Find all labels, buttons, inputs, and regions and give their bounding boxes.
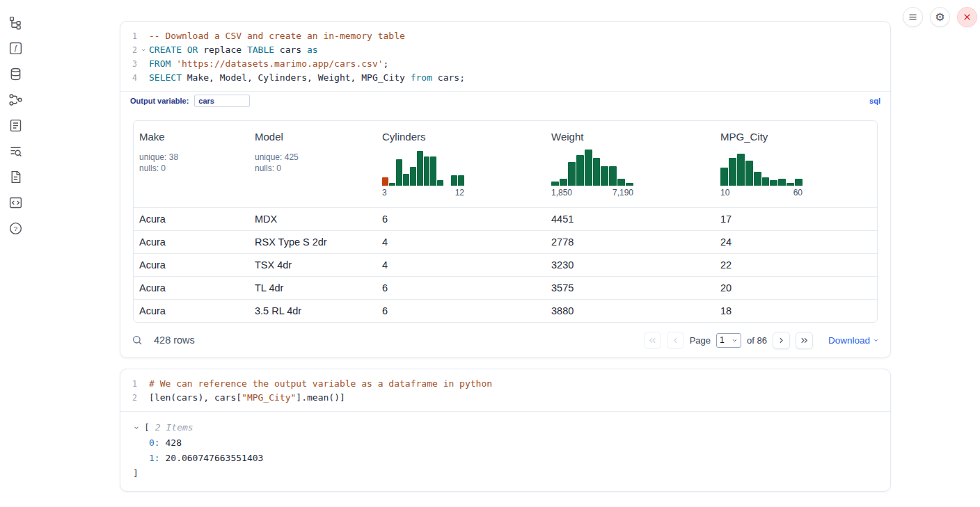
column-header-model[interactable]: Model unique: 425 nulls: 0 [249, 121, 377, 207]
code-text[interactable]: SELECT Make, Model, Cylinders, Weight, M… [149, 71, 465, 85]
table-header: Make unique: 38 nulls: 0 Model unique: 4… [134, 121, 877, 207]
column-stat: nulls: 0 [255, 163, 371, 174]
line-number: 2 [120, 391, 137, 405]
download-button[interactable]: Download [828, 335, 879, 346]
code-line[interactable]: 1 # We can reference the output variable… [120, 377, 890, 391]
code-text[interactable]: CREATE OR replace TABLE cars as [149, 43, 318, 57]
fold-chevron-icon[interactable] [137, 43, 149, 57]
last-page-button[interactable] [796, 332, 813, 349]
code-block-icon [8, 195, 23, 210]
tree-entry: 0: 428 [133, 435, 890, 451]
mpg-city-histogram[interactable]: 1060 [720, 150, 803, 198]
hist-min-label: 10 [720, 188, 729, 198]
hist-max-label: 60 [793, 188, 803, 198]
python-code-editor[interactable]: 1 # We can reference the output variable… [120, 369, 890, 411]
table-row: Acura TL 4dr 6 3575 20 [134, 276, 877, 299]
language-badge: sql [869, 97, 880, 105]
list-search-icon [8, 144, 23, 159]
table-body: Acura MDX 6 4451 17 Acura RSX Type S 2dr… [134, 207, 877, 322]
shutdown-button[interactable] [957, 7, 977, 27]
close-icon [963, 13, 972, 22]
column-header-mpg-city[interactable]: MPG_City 1060 [715, 121, 877, 207]
hist-max-label: 12 [455, 188, 464, 198]
menu-button[interactable] [903, 7, 923, 27]
page-select[interactable]: 1 [716, 333, 741, 348]
sidebar-item-documentation[interactable] [8, 169, 23, 184]
table-row: Acura 3.5 RL 4dr 6 3880 18 [134, 299, 877, 322]
table-footer: 428 rows Page 1 of 86 Download [120, 323, 890, 357]
python-cell: 1 # We can reference the output variable… [120, 369, 891, 492]
cylinders-histogram[interactable]: 312 [382, 150, 464, 198]
document-icon [8, 170, 23, 184]
sql-cell: 1 -- Download a CSV and create an in-mem… [120, 21, 891, 358]
chevrons-right-icon [800, 336, 809, 345]
code-line[interactable]: 4 SELECT Make, Model, Cylinders, Weight,… [120, 71, 890, 85]
scratchpad-icon [8, 118, 23, 133]
sql-code-editor[interactable]: 1 -- Download a CSV and create an in-mem… [120, 22, 890, 91]
first-page-button[interactable] [644, 332, 661, 349]
code-text[interactable]: [len(cars), cars["MPG_City"].mean()] [149, 391, 345, 405]
database-icon [8, 67, 23, 81]
weight-histogram[interactable]: 1,8507,190 [551, 150, 633, 198]
page-total-label: of 86 [747, 335, 767, 346]
output-variable-label: Output variable: [130, 97, 189, 105]
svg-text:?: ? [13, 225, 17, 232]
column-stat: nulls: 0 [139, 163, 244, 174]
code-line[interactable]: 1 -- Download a CSV and create an in-mem… [120, 29, 890, 43]
activity-sidebar: ƒ ? [0, 0, 31, 507]
table-row: Acura RSX Type S 2dr 4 2778 24 [134, 230, 877, 253]
line-number: 4 [120, 71, 137, 85]
line-number: 2 [120, 43, 137, 57]
row-count: 428 rows [154, 335, 195, 346]
file-tree-icon [8, 15, 23, 30]
output-variable-input[interactable] [194, 95, 250, 107]
line-number: 3 [120, 57, 137, 71]
code-text[interactable]: FROM 'https://datasets.marimo.app/cars.c… [149, 57, 388, 71]
prev-page-button[interactable] [667, 332, 684, 349]
column-header-make[interactable]: Make unique: 38 nulls: 0 [134, 121, 249, 207]
code-line[interactable]: 2 [len(cars), cars["MPG_City"].mean()] [120, 391, 890, 405]
table-row: Acura MDX 6 4451 17 [134, 207, 877, 230]
sidebar-item-help[interactable]: ? [8, 220, 23, 236]
code-line[interactable]: 2 CREATE OR replace TABLE cars as [120, 43, 890, 57]
chevron-down-icon [732, 337, 738, 344]
hist-min-label: 3 [382, 188, 387, 198]
line-number: 1 [120, 29, 137, 43]
gear-icon: ⚙ [935, 10, 945, 24]
svg-text:ƒ: ƒ [13, 44, 17, 52]
next-page-button[interactable] [773, 332, 790, 349]
settings-button[interactable]: ⚙ [930, 7, 950, 27]
dependency-graph-icon [8, 92, 23, 107]
results-table: Make unique: 38 nulls: 0 Model unique: 4… [133, 120, 878, 323]
items-count-label: 2 Items [155, 420, 193, 435]
column-stat: unique: 38 [139, 152, 244, 163]
search-icon [132, 335, 143, 346]
hamburger-icon [908, 12, 918, 22]
function-icon: ƒ [8, 41, 23, 56]
column-header-cylinders[interactable]: Cylinders 312 [377, 121, 546, 207]
collapse-chevron-icon[interactable] [133, 424, 141, 431]
page-label: Page [690, 335, 711, 346]
tree-entry: 1: 20.060747663551403 [133, 451, 890, 466]
table-search-button[interactable] [132, 335, 143, 346]
chevrons-left-icon [648, 336, 657, 345]
hist-min-label: 1,850 [551, 188, 572, 198]
sidebar-item-logs[interactable] [8, 143, 23, 159]
chevron-down-icon [873, 337, 879, 344]
sidebar-item-file-explorer[interactable] [8, 15, 23, 30]
sidebar-item-datasources[interactable] [8, 66, 23, 81]
sidebar-item-snippets[interactable] [8, 195, 23, 210]
code-text[interactable]: # We can reference the output variable a… [149, 377, 492, 391]
line-number: 1 [120, 377, 137, 391]
code-line[interactable]: 3 FROM 'https://datasets.marimo.app/cars… [120, 57, 890, 71]
column-header-weight[interactable]: Weight 1,8507,190 [546, 121, 715, 207]
sidebar-item-variables[interactable]: ƒ [8, 40, 23, 56]
chevron-right-icon [777, 336, 786, 345]
notebook-actions: ⚙ [903, 7, 977, 27]
open-bracket: [ [144, 420, 150, 435]
sidebar-item-scratchpad[interactable] [8, 118, 23, 133]
code-text[interactable]: -- Download a CSV and create an in-memor… [149, 29, 405, 43]
close-bracket: ] [133, 466, 890, 481]
help-icon: ? [8, 221, 23, 236]
sidebar-item-dependency-graph[interactable] [8, 92, 23, 107]
